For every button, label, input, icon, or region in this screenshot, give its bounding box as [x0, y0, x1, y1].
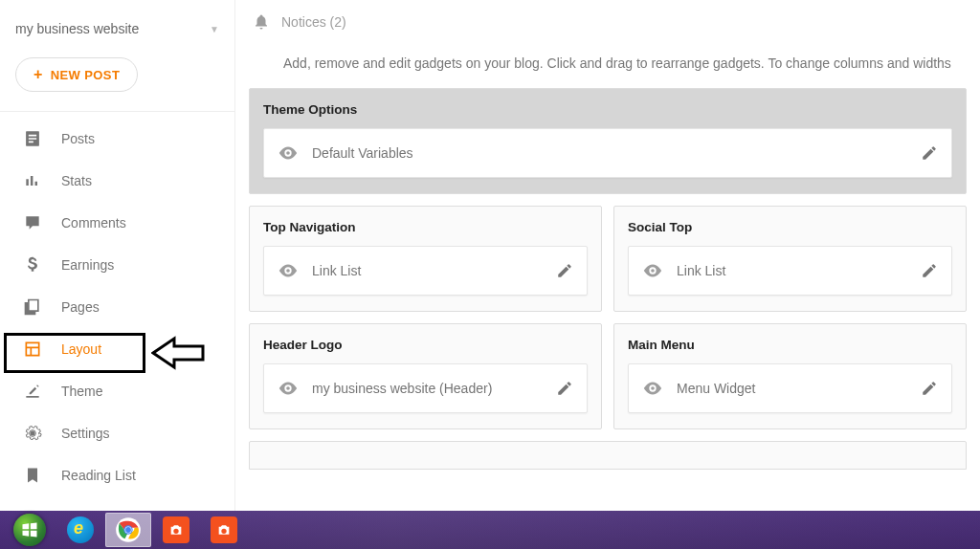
posts-icon: [23, 129, 42, 148]
taskbar-app-1[interactable]: [153, 513, 199, 547]
visibility-icon: [278, 260, 299, 281]
main-content: Notices (2) Add, remove and edit gadgets…: [235, 0, 980, 511]
start-button[interactable]: [4, 513, 56, 547]
layout-icon: [23, 340, 42, 359]
section-main-menu: Main Menu Menu Widget: [613, 323, 967, 429]
visibility-icon: [278, 378, 299, 399]
sidebar-item-label: Reading List: [61, 468, 136, 483]
section-theme-options: Theme Options Default Variables: [249, 88, 967, 194]
svg-point-4: [125, 527, 131, 533]
sidebar-item-label: Stats: [61, 173, 92, 188]
notices-bar[interactable]: Notices (2): [235, 0, 980, 44]
edit-icon[interactable]: [556, 262, 573, 279]
blog-name: my business website: [15, 21, 139, 36]
instructions-text: Add, remove and edit gadgets on your blo…: [235, 44, 980, 88]
taskbar-chrome[interactable]: [105, 513, 151, 547]
svg-point-0: [31, 431, 35, 436]
annotation-arrow-icon: [151, 333, 207, 373]
notices-text: Notices (2): [281, 14, 346, 30]
sidebar-item-reading-list[interactable]: Reading List: [0, 454, 234, 496]
section-partial: [249, 441, 967, 470]
theme-icon: [23, 382, 42, 401]
bell-icon: [253, 13, 270, 31]
plus-icon: +: [33, 67, 43, 82]
edit-icon[interactable]: [556, 380, 573, 397]
new-post-label: NEW POST: [51, 68, 121, 82]
bookmark-icon: [23, 466, 42, 485]
sidebar-item-posts[interactable]: Posts: [0, 118, 234, 160]
sidebar-item-label: Pages: [61, 299, 100, 315]
section-title: Main Menu: [628, 338, 952, 352]
sidebar-item-theme[interactable]: Theme: [0, 370, 234, 412]
taskbar-app-2[interactable]: [201, 513, 247, 547]
earnings-icon: [23, 255, 42, 274]
new-post-button[interactable]: + NEW POST: [15, 57, 138, 92]
section-top-navigation: Top Navigation Link List: [249, 206, 602, 312]
visibility-icon: [642, 260, 663, 281]
camera-icon: [211, 516, 237, 543]
visibility-icon: [278, 143, 299, 164]
section-social-top: Social Top Link List: [613, 206, 967, 312]
gadget-default-variables[interactable]: Default Variables: [263, 128, 952, 178]
edit-icon[interactable]: [921, 144, 938, 162]
sidebar-item-label: Layout: [61, 341, 101, 357]
windows-orb-icon: [13, 514, 46, 546]
visibility-icon: [642, 378, 663, 399]
sidebar-item-label: Settings: [61, 426, 110, 441]
gadget-top-nav-linklist[interactable]: Link List: [263, 246, 588, 296]
section-title: Header Logo: [263, 338, 588, 352]
sidebar-item-label: Theme: [61, 384, 103, 399]
sidebar-item-label: Comments: [61, 215, 126, 231]
sidebar-item-earnings[interactable]: Earnings: [0, 244, 234, 286]
sidebar-nav: Posts Stats Comments Earnings Pages Layo…: [0, 118, 234, 496]
section-header-logo: Header Logo my business website (Header): [249, 323, 602, 429]
sidebar-item-label: Posts: [61, 131, 95, 146]
sidebar-item-stats[interactable]: Stats: [0, 160, 234, 202]
sidebar-item-label: Earnings: [61, 257, 114, 273]
section-title: Top Navigation: [263, 220, 588, 234]
taskbar: [0, 511, 980, 549]
gadget-label: Link List: [677, 263, 907, 278]
camera-icon: [163, 516, 189, 543]
taskbar-ie[interactable]: [57, 513, 103, 547]
settings-icon: [23, 424, 42, 443]
stats-icon: [23, 171, 42, 190]
layout-area: Theme Options Default Variables Top Navi…: [235, 88, 980, 470]
sidebar-item-pages[interactable]: Pages: [0, 286, 234, 328]
gadget-social-top-linklist[interactable]: Link List: [628, 246, 952, 296]
gadget-label: Default Variables: [312, 145, 907, 161]
comments-icon: [23, 213, 42, 232]
gadget-main-menu[interactable]: Menu Widget: [628, 363, 952, 413]
ie-icon: [67, 516, 94, 543]
edit-icon[interactable]: [921, 380, 938, 397]
gadget-label: Link List: [312, 263, 543, 278]
section-title: Social Top: [628, 220, 952, 234]
pages-icon: [23, 297, 42, 317]
gadget-header-logo[interactable]: my business website (Header): [263, 363, 588, 413]
section-title: Theme Options: [263, 102, 952, 117]
sidebar-item-settings[interactable]: Settings: [0, 412, 234, 454]
chrome-icon: [115, 516, 142, 543]
sidebar: my business website ▼ + NEW POST Posts S…: [0, 0, 235, 511]
gadget-label: Menu Widget: [677, 381, 907, 396]
gadget-label: my business website (Header): [312, 381, 543, 396]
edit-icon[interactable]: [921, 262, 938, 279]
divider: [0, 111, 234, 112]
sidebar-item-comments[interactable]: Comments: [0, 202, 234, 244]
blog-selector[interactable]: my business website ▼: [0, 11, 234, 50]
caret-down-icon: ▼: [210, 24, 219, 34]
